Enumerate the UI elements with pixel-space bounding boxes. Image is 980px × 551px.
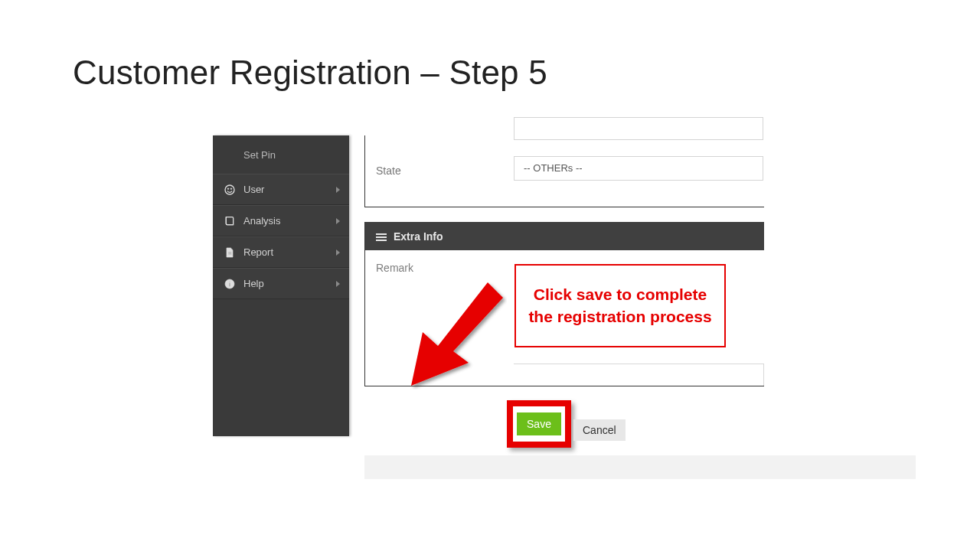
remark-input[interactable] [514, 364, 764, 386]
sidebar-setpin-label: Set Pin [243, 149, 276, 161]
svg-rect-4 [228, 253, 232, 254]
address-panel: State -- OTHERs -- [364, 135, 764, 207]
panel-title: Extra Info [394, 230, 443, 243]
chevron-right-icon [336, 281, 340, 287]
svg-point-2 [230, 187, 232, 189]
sidebar: Set Pin User Analysis [213, 135, 349, 436]
footer-strip [364, 455, 916, 479]
svg-point-0 [225, 185, 234, 194]
chevron-right-icon [336, 249, 340, 256]
menu-icon [376, 232, 387, 243]
chevron-right-icon [336, 218, 340, 224]
sidebar-item-label: User [243, 184, 349, 195]
sidebar-item-label: Help [243, 278, 349, 289]
highlight-box: Save [507, 400, 571, 448]
callout-text: Click save to complete the registration … [524, 284, 717, 328]
state-value: -- OTHERs -- [524, 162, 583, 174]
sidebar-item-label: Report [243, 246, 349, 258]
svg-rect-3 [228, 252, 232, 253]
sidebar-item-user[interactable]: User [213, 174, 349, 205]
annotation-callout: Click save to complete the registration … [514, 264, 726, 347]
sidebar-item-help[interactable]: Help [213, 268, 349, 299]
page-title: Customer Registration – Step 5 [73, 54, 547, 92]
sidebar-item-report[interactable]: Report [213, 236, 349, 268]
state-label: State [376, 165, 401, 177]
sidebar-item-analysis[interactable]: Analysis [213, 205, 349, 236]
cancel-button[interactable]: Cancel [573, 419, 626, 441]
remark-label: Remark [376, 262, 413, 274]
text-input[interactable] [514, 117, 763, 140]
save-button[interactable]: Save [517, 412, 561, 435]
sidebar-item-label: Analysis [243, 215, 349, 227]
svg-rect-6 [229, 282, 230, 286]
info-icon [224, 278, 236, 290]
slide: Customer Registration – Step 5 Set Pin U… [0, 0, 980, 551]
sidebar-item-setpin[interactable]: Set Pin [213, 135, 349, 174]
document-icon [224, 246, 236, 259]
state-select[interactable]: -- OTHERs -- [514, 156, 763, 181]
svg-point-1 [227, 187, 229, 189]
chevron-right-icon [336, 187, 340, 193]
panel-header: Extra Info [365, 222, 764, 250]
smile-icon [224, 184, 236, 196]
book-icon [224, 215, 236, 227]
svg-rect-7 [229, 281, 230, 282]
